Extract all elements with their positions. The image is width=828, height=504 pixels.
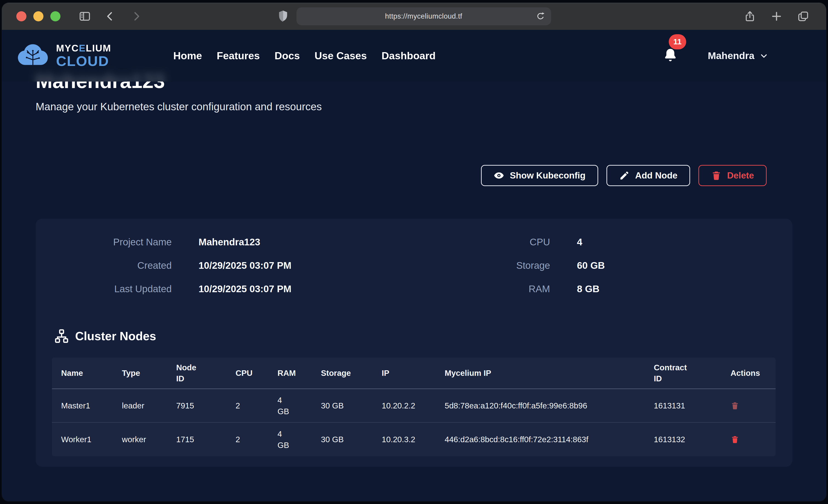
close-button[interactable] bbox=[16, 11, 27, 22]
cluster-details-card: Project Name Mahendra123 Created 10/29/2… bbox=[36, 219, 792, 467]
info-row-created: Created 10/29/2025 03:07 PM bbox=[36, 260, 414, 271]
cell-actions bbox=[721, 389, 776, 422]
notification-badge: 11 bbox=[669, 34, 686, 49]
pencil-icon bbox=[619, 170, 630, 181]
delete-label: Delete bbox=[727, 170, 754, 180]
browser-window: https://myceliumcloud.tf Mahendra123 Man… bbox=[2, 3, 826, 501]
delete-node-button[interactable] bbox=[731, 435, 739, 444]
share-button[interactable] bbox=[741, 7, 759, 26]
cell-mycelium-ip: 5d8:78ea:a120:f40c:ff0f:a5fe:99e6:8b96 bbox=[436, 389, 645, 422]
traffic-lights bbox=[16, 11, 60, 22]
trash-icon bbox=[711, 170, 721, 181]
notifications-button[interactable]: 11 bbox=[663, 48, 678, 64]
nav-link-dashboard[interactable]: Dashboard bbox=[381, 50, 436, 61]
add-node-label: Add Node bbox=[635, 170, 677, 180]
cell-mycelium-ip: 446:d2a6:8bcd:8c16:ff0f:72e2:3114:863f bbox=[436, 422, 645, 456]
eye-icon bbox=[494, 170, 504, 181]
refresh-icon bbox=[535, 11, 546, 22]
share-icon bbox=[744, 10, 756, 23]
sidebar-toggle-icon bbox=[79, 10, 91, 23]
address-bar[interactable]: https://myceliumcloud.tf bbox=[296, 7, 551, 25]
cell-node-id: 7915 bbox=[167, 389, 226, 422]
col-node-id: Node ID bbox=[167, 358, 226, 389]
info-label: Last Updated bbox=[36, 284, 172, 294]
info-label: CPU bbox=[414, 237, 550, 248]
page-subtitle: Manage your Kubernetes cluster configura… bbox=[36, 100, 792, 113]
show-kubeconfig-label: Show Kubeconfig bbox=[510, 170, 585, 180]
cell-ip: 10.20.3.2 bbox=[373, 422, 436, 456]
col-type: Type bbox=[113, 358, 167, 389]
back-button[interactable] bbox=[101, 7, 119, 26]
col-contract-id: Contract ID bbox=[645, 358, 721, 389]
cell-cpu: 2 bbox=[226, 422, 268, 456]
logo-text: MYCELIUM CLOUD bbox=[56, 43, 111, 68]
nav-link-docs[interactable]: Docs bbox=[275, 50, 300, 61]
delete-cluster-button[interactable]: Delete bbox=[698, 165, 767, 186]
chevron-down-icon bbox=[759, 51, 769, 60]
table-row: Worker1 worker 1715 2 4 GB 30 GB 10.20.3… bbox=[52, 422, 776, 456]
col-storage: Storage bbox=[312, 358, 373, 389]
url-text: https://myceliumcloud.tf bbox=[385, 12, 462, 20]
nav-link-home[interactable]: Home bbox=[173, 50, 202, 61]
cell-cpu: 2 bbox=[226, 389, 268, 422]
info-label: RAM bbox=[414, 284, 550, 294]
cell-ip: 10.20.2.2 bbox=[373, 389, 436, 422]
sidebar-toggle-button[interactable] bbox=[76, 7, 94, 26]
cluster-info-grid: Project Name Mahendra123 Created 10/29/2… bbox=[36, 237, 792, 294]
cluster-actions-row: Show Kubeconfig Add Node Delete bbox=[36, 165, 792, 186]
cluster-nodes-table: Name Type Node ID CPU RAM Storage IP Myc… bbox=[52, 358, 776, 456]
table-row: Master1 leader 7915 2 4 GB 30 GB 10.20.2… bbox=[52, 389, 776, 422]
table-header-row: Name Type Node ID CPU RAM Storage IP Myc… bbox=[52, 358, 776, 389]
info-label: Created bbox=[36, 260, 172, 271]
new-tab-icon bbox=[770, 10, 783, 23]
col-mycelium-ip: Mycelium IP bbox=[436, 358, 645, 389]
info-value: 8 GB bbox=[577, 284, 793, 294]
forward-icon bbox=[130, 10, 142, 23]
trash-icon bbox=[731, 401, 739, 411]
back-icon bbox=[104, 10, 116, 23]
nav-link-features[interactable]: Features bbox=[217, 50, 260, 61]
cell-node-id: 1715 bbox=[167, 422, 226, 456]
delete-node-button[interactable] bbox=[731, 401, 739, 411]
site-navbar: MYCELIUM CLOUD Home Features Docs Use Ca… bbox=[2, 30, 826, 82]
info-value: 4 bbox=[577, 237, 793, 248]
cell-type: leader bbox=[113, 389, 167, 422]
tab-overview-button[interactable] bbox=[794, 7, 812, 26]
trash-icon bbox=[731, 435, 739, 444]
minimize-button[interactable] bbox=[33, 11, 43, 22]
cell-ram: 4 GB bbox=[268, 389, 312, 422]
add-node-button[interactable]: Add Node bbox=[607, 165, 690, 186]
col-name: Name bbox=[52, 358, 113, 389]
privacy-shield-icon[interactable] bbox=[277, 9, 289, 23]
refresh-button[interactable] bbox=[534, 9, 547, 23]
info-row-ram: RAM 8 GB bbox=[414, 284, 793, 294]
cell-type: worker bbox=[113, 422, 167, 456]
nav-links: Home Features Docs Use Cases Dashboard bbox=[173, 50, 436, 62]
mycelium-cloud-logo-icon bbox=[15, 42, 51, 69]
cell-contract-id: 1613131 bbox=[645, 389, 721, 422]
nav-link-use-cases[interactable]: Use Cases bbox=[315, 50, 367, 61]
info-value: 10/29/2025 03:07 PM bbox=[199, 260, 414, 271]
page-viewport: Mahendra123 Manage your Kubernetes clust… bbox=[2, 30, 826, 501]
new-tab-button[interactable] bbox=[767, 7, 786, 26]
col-cpu: CPU bbox=[226, 358, 268, 389]
forward-button[interactable] bbox=[127, 7, 146, 26]
info-row-project-name: Project Name Mahendra123 bbox=[36, 237, 414, 248]
col-ram: RAM bbox=[268, 358, 312, 389]
tab-overview-icon bbox=[797, 10, 810, 23]
zoom-button[interactable] bbox=[50, 11, 60, 22]
cell-name: Worker1 bbox=[52, 422, 113, 456]
col-actions: Actions bbox=[721, 358, 776, 389]
show-kubeconfig-button[interactable]: Show Kubeconfig bbox=[481, 165, 598, 186]
cell-storage: 30 GB bbox=[312, 389, 373, 422]
logo[interactable]: MYCELIUM CLOUD bbox=[15, 42, 111, 69]
info-value: 10/29/2025 03:07 PM bbox=[199, 284, 414, 294]
info-label: Project Name bbox=[36, 237, 172, 248]
user-menu[interactable]: Mahendra bbox=[708, 50, 769, 61]
main-content: Mahendra123 Manage your Kubernetes clust… bbox=[2, 30, 826, 467]
network-icon bbox=[54, 329, 69, 344]
col-ip: IP bbox=[373, 358, 436, 389]
cell-contract-id: 1613132 bbox=[645, 422, 721, 456]
info-value: 60 GB bbox=[577, 260, 793, 271]
cell-actions bbox=[721, 422, 776, 456]
